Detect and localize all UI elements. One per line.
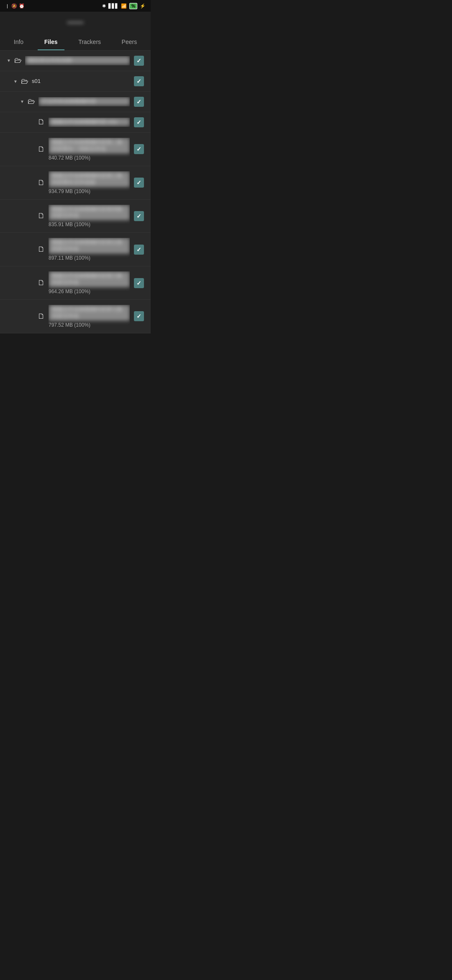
mute-icon: 🔕 (11, 3, 17, 9)
file-name: 视频文件名称模糊内容第二集内容更长一些的文件名 (49, 138, 130, 154)
tabs-bar: Info Files Trackers Peers (0, 34, 151, 51)
page-title (67, 22, 84, 23)
file-checkbox[interactable] (134, 311, 144, 321)
file-info: 视频文件名称模糊内容第七集内容文件名797.52 MB (100%) (49, 305, 130, 328)
row-content: 🗋视频文件名称模糊内容.mkv (30, 118, 130, 127)
folder-icon: 🗁 (21, 77, 28, 86)
row-content: 🗋视频文件名称模糊内容第六集内容文件名964.26 MB (100%) (30, 271, 130, 294)
file-checkbox[interactable] (134, 97, 144, 107)
file-info: 视频文件名称模糊内容第四集内容文件名835.91 MB (100%) (49, 205, 130, 228)
file-icon: 🗋 (38, 145, 45, 154)
file-name: s01 (32, 78, 130, 84)
folder-icon: 🗁 (14, 56, 22, 65)
list-item: 🗋视频文件名称模糊内容第六集内容文件名964.26 MB (100%) (0, 266, 151, 300)
file-info: 视频文件名称模糊内容第二集内容更长一些的文件名840.72 MB (100%) (49, 138, 130, 161)
battery-indicator: % (129, 3, 137, 9)
file-icon: 🗋 (38, 312, 45, 321)
row-content: ▼🗁s01 (13, 77, 130, 86)
signal-icon: ▋▋▋ (108, 3, 118, 9)
list-item: 🗋视频文件名称模糊内容第二集内容更长一些的文件名840.72 MB (100%) (0, 133, 151, 166)
file-name: 视频文件名称模糊内容第六集内容文件名 (49, 271, 130, 287)
file-name: 视频文件名称模糊内容.mkv (49, 118, 130, 126)
row-content: ▼🗁根目录文件夹名称 (7, 56, 130, 66)
file-name: 根目录文件夹名称 (25, 56, 130, 65)
row-content: 🗋视频文件名称模糊内容第七集内容文件名797.52 MB (100%) (30, 305, 130, 328)
list-item: ▼🗁子文件夹名称模糊内容 (0, 92, 151, 112)
bluetooth-icon: ✱ (102, 3, 106, 9)
chevron-down-icon: ▼ (7, 58, 11, 63)
list-item: 🗋视频文件名称模糊内容第四集内容文件名835.91 MB (100%) (0, 200, 151, 233)
file-icon: 🗋 (38, 211, 45, 220)
row-content: 🗋视频文件名称模糊内容第三集内容更长文件名称934.79 MB (100%) (30, 171, 130, 194)
file-icon: 🗋 (38, 178, 45, 187)
row-content: 🗋视频文件名称模糊内容第五集内容文件名897.11 MB (100%) (30, 238, 130, 261)
file-name: 视频文件名称模糊内容第七集内容文件名 (49, 305, 130, 321)
list-item: 🗋视频文件名称模糊内容.mkv (0, 112, 151, 133)
file-size: 797.52 MB (100%) (49, 322, 130, 328)
file-icon: 🗋 (38, 118, 45, 126)
file-info: 视频文件名称模糊内容第三集内容更长文件名称934.79 MB (100%) (49, 171, 130, 194)
file-checkbox[interactable] (134, 211, 144, 221)
file-icon: 🗋 (38, 279, 45, 287)
tab-trackers[interactable]: Trackers (72, 34, 108, 50)
status-right: ✱ ▋▋▋ 📶 % ⚡ (102, 3, 146, 9)
network-speed: | (7, 3, 8, 8)
file-size: 835.91 MB (100%) (49, 222, 130, 227)
file-checkbox[interactable] (134, 56, 144, 66)
file-checkbox[interactable] (134, 278, 144, 288)
list-item: 🗋视频文件名称模糊内容第五集内容文件名897.11 MB (100%) (0, 233, 151, 266)
file-info: 视频文件名称模糊内容第五集内容文件名897.11 MB (100%) (49, 238, 130, 261)
tab-files[interactable]: Files (38, 34, 64, 50)
file-info: 子文件夹名称模糊内容 (39, 97, 130, 107)
toolbar (0, 12, 151, 34)
row-content: ▼🗁子文件夹名称模糊内容 (20, 97, 130, 107)
chevron-down-icon: ▼ (13, 79, 18, 84)
file-name: 视频文件名称模糊内容第四集内容文件名 (49, 205, 130, 221)
file-size: 934.79 MB (100%) (49, 188, 130, 194)
tab-peers[interactable]: Peers (115, 34, 144, 50)
alarm-icon: ⏰ (19, 3, 25, 9)
row-content: 🗋视频文件名称模糊内容第二集内容更长一些的文件名840.72 MB (100%) (30, 138, 130, 161)
file-checkbox[interactable] (134, 178, 144, 188)
wifi-icon: 📶 (121, 3, 127, 9)
file-size: 840.72 MB (100%) (49, 155, 130, 161)
list-item: 🗋视频文件名称模糊内容第七集内容文件名797.52 MB (100%) (0, 300, 151, 333)
file-icon: 🗋 (38, 245, 45, 254)
file-checkbox[interactable] (134, 76, 144, 86)
file-name: 视频文件名称模糊内容第五集内容文件名 (49, 238, 130, 254)
list-item: 🗋视频文件名称模糊内容第三集内容更长文件名称934.79 MB (100%) (0, 166, 151, 200)
file-name: 视频文件名称模糊内容第三集内容更长文件名称 (49, 171, 130, 187)
list-item: ▼🗁s01 (0, 71, 151, 92)
chevron-down-icon: ▼ (20, 99, 24, 104)
file-checkbox[interactable] (134, 117, 144, 127)
row-content: 🗋视频文件名称模糊内容第四集内容文件名835.91 MB (100%) (30, 205, 130, 228)
file-info: 视频文件名称模糊内容第六集内容文件名964.26 MB (100%) (49, 271, 130, 294)
file-size: 964.26 MB (100%) (49, 289, 130, 294)
file-size: 897.11 MB (100%) (49, 255, 130, 261)
file-checkbox[interactable] (134, 245, 144, 255)
tab-info[interactable]: Info (7, 34, 30, 50)
file-checkbox[interactable] (134, 144, 144, 154)
file-name: 子文件夹名称模糊内容 (39, 97, 130, 106)
file-info: 视频文件名称模糊内容.mkv (49, 118, 130, 127)
status-bar: | 🔕 ⏰ ✱ ▋▋▋ 📶 % ⚡ (0, 0, 151, 12)
file-info: 根目录文件夹名称 (25, 56, 130, 66)
file-info: s01 (32, 78, 130, 85)
file-list: ▼🗁根目录文件夹名称▼🗁s01▼🗁子文件夹名称模糊内容🗋视频文件名称模糊内容.m… (0, 51, 151, 333)
charging-icon: ⚡ (140, 3, 146, 9)
status-left: | 🔕 ⏰ (5, 3, 25, 9)
folder-icon: 🗁 (28, 97, 35, 106)
list-item: ▼🗁根目录文件夹名称 (0, 51, 151, 71)
